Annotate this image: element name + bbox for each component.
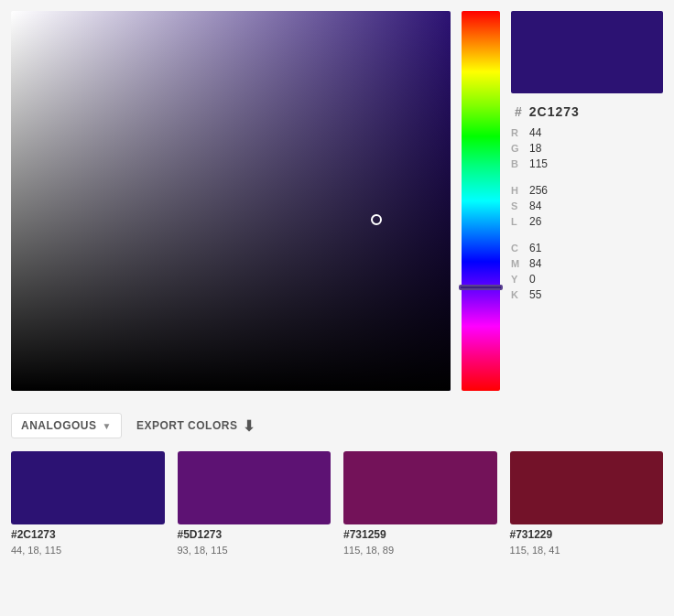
swatch-item-0[interactable]: #2C127344, 18, 115 <box>11 451 165 556</box>
swatch-item-3[interactable]: #731229115, 18, 41 <box>510 451 664 556</box>
swatch-rgb-2: 115, 18, 89 <box>343 545 497 556</box>
color-gradient <box>11 11 451 391</box>
h-row: H 256 <box>511 184 663 197</box>
c-row: C 61 <box>511 242 663 254</box>
g-value[interactable]: 18 <box>529 142 584 155</box>
swatch-color-3 <box>510 451 664 524</box>
export-button[interactable]: EXPORT COLORS ⬇ <box>136 417 255 435</box>
analogous-dropdown[interactable]: ANALOGOUS ▼ <box>11 413 122 438</box>
b-value[interactable]: 115 <box>529 157 584 170</box>
g-label: G <box>511 143 529 154</box>
m-label: M <box>511 258 529 269</box>
b-label: B <box>511 158 529 169</box>
k-label: K <box>511 289 529 300</box>
l-label: L <box>511 216 529 227</box>
color-picker-canvas[interactable] <box>11 11 451 391</box>
color-preview <box>511 11 663 93</box>
swatch-rgb-0: 44, 18, 115 <box>11 545 165 556</box>
swatch-color-0 <box>11 451 165 524</box>
s-row: S 84 <box>511 200 663 212</box>
h-label: H <box>511 185 529 196</box>
dropdown-arrow-icon: ▼ <box>103 421 112 431</box>
y-value[interactable]: 0 <box>529 273 584 286</box>
swatch-hex-1: #5D1273 <box>178 528 332 541</box>
r-row: R 44 <box>511 126 663 139</box>
swatch-rgb-1: 93, 18, 115 <box>178 545 332 556</box>
k-value[interactable]: 55 <box>529 288 584 301</box>
swatch-color-2 <box>343 451 497 524</box>
hue-slider-container[interactable] <box>462 11 500 391</box>
export-label: EXPORT COLORS <box>136 419 238 432</box>
swatch-item-2[interactable]: #731259115, 18, 89 <box>343 451 497 556</box>
l-row: L 26 <box>511 215 663 228</box>
m-value[interactable]: 84 <box>529 257 584 270</box>
top-section: # 2C1273 R 44 G 18 B 115 H 256 <box>0 0 674 402</box>
cmyk-section: C 61 M 84 Y 0 K 55 <box>511 242 663 304</box>
r-value[interactable]: 44 <box>529 126 584 139</box>
y-label: Y <box>511 274 529 285</box>
export-icon: ⬇ <box>243 417 255 435</box>
h-value[interactable]: 256 <box>529 184 584 197</box>
m-row: M 84 <box>511 257 663 270</box>
swatch-color-1 <box>178 451 332 524</box>
analogous-label: ANALOGOUS <box>21 419 97 432</box>
c-label: C <box>511 243 529 254</box>
swatch-hex-3: #731229 <box>510 528 664 541</box>
hex-row: # 2C1273 <box>511 104 663 119</box>
swatch-rgb-3: 115, 18, 41 <box>510 545 664 556</box>
swatch-item-1[interactable]: #5D127393, 18, 115 <box>178 451 332 556</box>
s-label: S <box>511 200 529 211</box>
s-value[interactable]: 84 <box>529 200 584 212</box>
r-label: R <box>511 127 529 138</box>
hex-value[interactable]: 2C1273 <box>529 104 580 119</box>
g-row: G 18 <box>511 142 663 155</box>
right-panel: # 2C1273 R 44 G 18 B 115 H 256 <box>511 11 663 391</box>
hue-slider[interactable] <box>462 11 500 391</box>
bottom-toolbar: ANALOGOUS ▼ EXPORT COLORS ⬇ <box>11 413 663 438</box>
hsl-section: H 256 S 84 L 26 <box>511 184 663 231</box>
b-row: B 115 <box>511 157 663 170</box>
l-value[interactable]: 26 <box>529 215 584 228</box>
k-row: K 55 <box>511 288 663 301</box>
rgb-section: R 44 G 18 B 115 <box>511 126 663 173</box>
swatch-hex-0: #2C1273 <box>11 528 165 541</box>
color-swatches: #2C127344, 18, 115#5D127393, 18, 115#731… <box>11 451 663 556</box>
bottom-section: ANALOGOUS ▼ EXPORT COLORS ⬇ #2C127344, 1… <box>0 402 674 567</box>
hash-symbol: # <box>515 104 522 119</box>
c-value[interactable]: 61 <box>529 242 584 254</box>
swatch-hex-2: #731259 <box>343 528 497 541</box>
y-row: Y 0 <box>511 273 663 286</box>
